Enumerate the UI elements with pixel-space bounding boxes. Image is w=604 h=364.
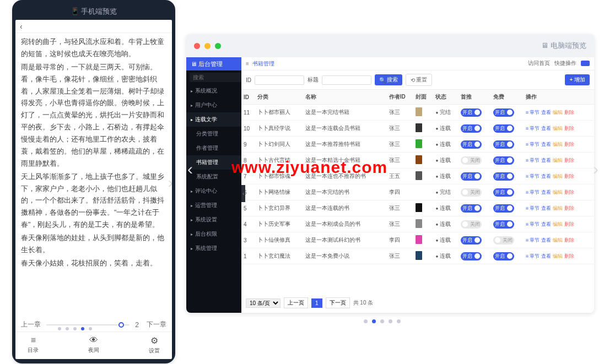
toggle-switch[interactable]: 关闭 (461, 220, 482, 229)
view-link[interactable]: 查看 (541, 142, 551, 147)
delete-link[interactable]: 删除 (564, 126, 574, 131)
quick-action-link[interactable]: 快捷操作 (554, 59, 576, 67)
toggle-switch[interactable]: 开启 (493, 172, 514, 181)
gear-icon[interactable]: ⚙设置 (149, 335, 160, 355)
edit-link[interactable]: 编辑 (553, 221, 563, 227)
chapter-link[interactable]: ≡ 章节 (526, 110, 540, 115)
toggle-switch[interactable]: 开启 (493, 204, 514, 213)
edit-link[interactable]: 编辑 (553, 237, 563, 243)
sidebar-collapse-handle[interactable]: ‹ (241, 185, 245, 202)
toggle-switch[interactable]: 开启 (493, 156, 514, 165)
chapter-link[interactable]: ≡ 章节 (526, 205, 540, 211)
breadcrumb-current[interactable]: 书籍管理 (252, 60, 274, 68)
toggle-switch[interactable]: 开启 (461, 124, 482, 133)
sidebar-item[interactable]: 书籍管理 (186, 155, 241, 170)
chevron-right-icon[interactable]: › (168, 174, 172, 192)
toggle-switch[interactable]: 开启 (493, 124, 514, 133)
view-link[interactable]: 查看 (541, 205, 551, 211)
toggle-switch[interactable]: 开启 (493, 140, 514, 149)
delete-link[interactable]: 删除 (564, 142, 574, 147)
sidebar-item[interactable]: 作者管理 (186, 141, 241, 155)
delete-link[interactable]: 删除 (564, 189, 574, 195)
back-icon[interactable]: ‹ (20, 22, 23, 31)
view-link[interactable]: 查看 (541, 237, 551, 243)
view-link[interactable]: 查看 (541, 110, 551, 115)
delete-link[interactable]: 删除 (564, 173, 574, 179)
view-link[interactable]: 查看 (541, 173, 551, 179)
edit-link[interactable]: 编辑 (553, 157, 563, 163)
toggle-switch[interactable]: 开启 (461, 172, 482, 181)
toggle-switch[interactable]: 开启 (461, 108, 482, 117)
view-link[interactable]: 查看 (541, 221, 551, 227)
delete-link[interactable]: 删除 (564, 205, 574, 211)
carousel-next-icon[interactable]: › (593, 160, 598, 178)
toggle-switch[interactable]: 开启 (493, 108, 514, 117)
hamburger-icon[interactable]: ≡ (246, 61, 249, 67)
visit-home-link[interactable]: 访问首页 (528, 59, 550, 67)
next-page-button[interactable]: 下一页 (326, 297, 350, 308)
next-chapter-link[interactable]: 下一章 (147, 320, 166, 329)
sidebar-item[interactable]: ▸系统设置 (186, 213, 241, 227)
reset-button[interactable]: ⟲ 重置 (406, 74, 432, 86)
eye-icon[interactable]: 👁夜间 (88, 335, 99, 355)
edit-link[interactable]: 编辑 (553, 189, 563, 195)
sidebar-item[interactable]: ▸系统概况 (186, 84, 241, 98)
sidebar-item[interactable]: ▸运营管理 (186, 198, 241, 213)
prev-chapter-link[interactable]: 上一章 (21, 320, 41, 329)
chapter-link[interactable]: ≡ 章节 (526, 142, 540, 147)
chapter-link[interactable]: ≡ 章节 (526, 189, 540, 195)
toggle-switch[interactable]: 开启 (493, 252, 514, 260)
edit-link[interactable]: 编辑 (553, 253, 563, 259)
carousel-prev-icon[interactable]: ‹ (187, 160, 193, 178)
view-link[interactable]: 查看 (541, 253, 551, 259)
delete-link[interactable]: 删除 (564, 237, 574, 243)
edit-link[interactable]: 编辑 (553, 205, 563, 211)
toggle-switch[interactable]: 关闭 (461, 156, 482, 165)
sidebar-item[interactable]: ▸评论中心 (186, 184, 241, 198)
chapter-link[interactable]: ≡ 章节 (526, 126, 540, 131)
edit-link[interactable]: 编辑 (553, 173, 563, 179)
filter-title-input[interactable] (322, 75, 371, 85)
sidebar-item[interactable]: ▸后台权限 (186, 227, 241, 241)
desktop-carousel-dots[interactable] (364, 319, 401, 323)
view-link[interactable]: 查看 (541, 157, 551, 163)
toggle-switch[interactable]: 关闭 (493, 236, 514, 245)
sidebar-item[interactable]: ▸系统管理 (186, 241, 241, 256)
sidebar-item[interactable]: 分类管理 (186, 127, 241, 141)
toggle-switch[interactable]: 开启 (493, 188, 514, 197)
minimize-icon[interactable] (204, 43, 211, 49)
search-button[interactable]: 🔍 搜索 (375, 74, 402, 85)
mobile-carousel-dots[interactable] (58, 327, 92, 330)
delete-link[interactable]: 删除 (564, 221, 574, 227)
edit-link[interactable]: 编辑 (553, 126, 563, 131)
delete-link[interactable]: 删除 (564, 253, 574, 259)
view-link[interactable]: 查看 (541, 126, 551, 131)
filter-id-input[interactable] (255, 75, 304, 85)
toggle-switch[interactable]: 开启 (461, 140, 482, 149)
close-icon[interactable] (194, 43, 200, 49)
sidebar-item[interactable]: 系统配置 (186, 170, 241, 184)
edit-link[interactable]: 编辑 (553, 142, 563, 147)
toggle-switch[interactable]: 开启 (461, 204, 482, 213)
page-size-select[interactable]: 10 条/页 (246, 298, 281, 308)
user-avatar[interactable] (581, 61, 590, 66)
view-link[interactable]: 查看 (541, 189, 551, 195)
add-button[interactable]: + 增加 (565, 74, 590, 85)
chapter-link[interactable]: ≡ 章节 (526, 157, 540, 163)
delete-link[interactable]: 删除 (564, 110, 574, 115)
toggle-switch[interactable]: 开启 (461, 252, 482, 260)
toggle-switch[interactable]: 开启 (461, 236, 482, 245)
prev-page-button[interactable]: 上一页 (284, 297, 308, 308)
toggle-switch[interactable]: 关闭 (461, 188, 482, 197)
delete-link[interactable]: 删除 (564, 157, 574, 163)
progress-slider[interactable] (46, 324, 130, 325)
chapter-link[interactable]: ≡ 章节 (526, 221, 540, 227)
maximize-icon[interactable] (215, 43, 221, 49)
chapter-link[interactable]: ≡ 章节 (526, 253, 540, 259)
toggle-switch[interactable]: 开启 (493, 220, 514, 229)
page-1-button[interactable]: 1 (311, 298, 322, 308)
sidebar-item[interactable]: ▸连载文学 (186, 112, 241, 127)
chapter-link[interactable]: ≡ 章节 (526, 173, 540, 179)
sidebar-item[interactable]: ▸用户中心 (186, 98, 241, 112)
toc-icon[interactable]: ≡目录 (28, 335, 39, 355)
